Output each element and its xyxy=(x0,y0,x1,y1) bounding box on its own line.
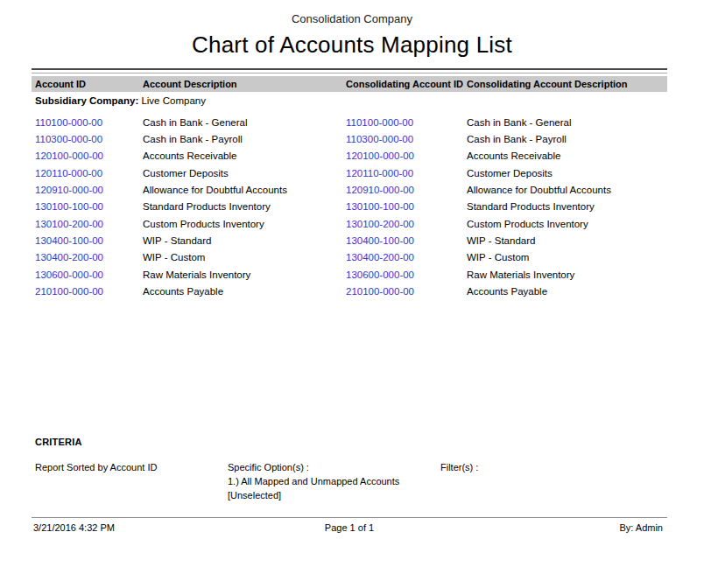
account-description: WIP - Standard xyxy=(143,235,346,246)
table-row: 130400-200-00 WIP - Custom 130400-200-00… xyxy=(35,249,667,266)
table-row: 210100-000-00 Accounts Payable 210100-00… xyxy=(35,283,667,299)
footer-divider xyxy=(32,517,667,518)
report-title: Chart of Accounts Mapping List xyxy=(0,32,704,59)
company-name: Consolidation Company xyxy=(0,12,704,25)
criteria-specific-options: Specific Option(s) : 1.) All Mapped and … xyxy=(228,460,399,502)
column-header-consolidating-account-description: Consolidating Account Description xyxy=(467,79,667,89)
consolidating-account-id-link[interactable]: 110300-000-00 xyxy=(346,134,467,144)
consolidating-account-description: Raw Materials Inventory xyxy=(467,270,667,280)
table-row: 130100-100-00 Standard Products Inventor… xyxy=(35,199,667,215)
account-description: Custom Products Inventory xyxy=(143,219,346,229)
account-description: Allowance for Doubtful Accounts xyxy=(143,185,346,195)
table-row: 130400-100-00 WIP - Standard 130400-100-… xyxy=(35,232,667,248)
criteria-filters-label: Filter(s) : xyxy=(440,460,478,474)
account-id-link[interactable]: 130400-200-00 xyxy=(35,252,143,262)
criteria-heading: CRITERIA xyxy=(35,437,82,447)
subsidiary-company-row: Subsidiary Company: Live Company xyxy=(35,95,206,106)
consolidating-account-description: Standard Products Inventory xyxy=(467,201,667,212)
consolidating-account-description: Allowance for Doubtful Accounts xyxy=(467,185,667,195)
table-row: 120910-000-00 Allowance for Doubtful Acc… xyxy=(35,181,667,198)
report-page: Consolidation Company Chart of Accounts … xyxy=(0,0,704,588)
consolidating-account-id-link[interactable]: 130400-100-00 xyxy=(346,235,467,246)
column-header-account-description: Account Description xyxy=(143,79,346,89)
consolidating-account-id-link[interactable]: 120910-000-00 xyxy=(346,185,467,195)
account-id-link[interactable]: 120910-000-00 xyxy=(35,185,143,195)
account-id-link[interactable]: 130100-100-00 xyxy=(35,201,143,212)
consolidating-account-description: Cash in Bank - General xyxy=(467,117,667,128)
account-id-link[interactable]: 130400-100-00 xyxy=(35,235,143,246)
consolidating-account-id-link[interactable]: 130400-200-00 xyxy=(346,252,467,262)
subsidiary-company-label: Subsidiary Company: xyxy=(35,95,141,106)
account-id-link[interactable]: 120110-000-00 xyxy=(35,168,143,178)
criteria-sort-text: Report Sorted by Account ID xyxy=(35,460,157,474)
column-header-account-id: Account ID xyxy=(35,79,143,89)
table-row: 120110-000-00 Customer Deposits 120110-0… xyxy=(35,164,667,181)
consolidating-account-description: Accounts Receivable xyxy=(467,150,667,161)
account-description: Raw Materials Inventory xyxy=(143,270,346,280)
account-description: WIP - Custom xyxy=(143,252,346,262)
table-header-row: Account ID Account Description Consolida… xyxy=(32,76,667,92)
table-row: 130100-200-00 Custom Products Inventory … xyxy=(35,215,667,232)
account-description: Accounts Payable xyxy=(143,286,346,297)
consolidating-account-description: WIP - Standard xyxy=(467,235,667,246)
consolidating-account-id-link[interactable]: 130100-100-00 xyxy=(346,201,467,212)
consolidating-account-description: Accounts Payable xyxy=(467,286,667,297)
specific-option-line-1: 1.) All Mapped and Unmapped Accounts xyxy=(228,474,399,488)
subsidiary-company-value: Live Company xyxy=(141,95,206,106)
account-description: Cash in Bank - General xyxy=(143,117,346,128)
table-row: 110300-000-00 Cash in Bank - Payroll 110… xyxy=(35,130,667,147)
consolidating-account-id-link[interactable]: 130100-200-00 xyxy=(346,219,467,229)
consolidating-account-description: Custom Products Inventory xyxy=(467,219,667,229)
consolidating-account-id-link[interactable]: 120100-000-00 xyxy=(346,150,467,161)
account-id-link[interactable]: 110300-000-00 xyxy=(35,134,143,144)
consolidating-account-description: Customer Deposits xyxy=(467,168,667,178)
table-row: 130600-000-00 Raw Materials Inventory 13… xyxy=(35,266,667,283)
footer-printed-by: By: Admin xyxy=(619,522,663,533)
specific-options-label: Specific Option(s) : xyxy=(228,460,399,474)
account-id-link[interactable]: 210100-000-00 xyxy=(35,286,143,297)
specific-option-line-2: [Unselected] xyxy=(228,488,399,502)
consolidating-account-id-link[interactable]: 130600-000-00 xyxy=(346,270,467,280)
account-id-link[interactable]: 120100-000-00 xyxy=(35,150,143,161)
consolidating-account-id-link[interactable]: 120110-000-00 xyxy=(346,168,467,178)
column-header-consolidating-account-id: Consolidating Account ID xyxy=(346,79,467,89)
account-description: Cash in Bank - Payroll xyxy=(143,134,346,144)
consolidating-account-description: Cash in Bank - Payroll xyxy=(467,134,667,144)
account-description: Customer Deposits xyxy=(143,168,346,178)
account-id-link[interactable]: 130100-200-00 xyxy=(35,219,143,229)
account-id-link[interactable]: 110100-000-00 xyxy=(35,117,143,128)
footer-page-number: Page 1 of 1 xyxy=(32,522,667,533)
table-row: 110100-000-00 Cash in Bank - General 110… xyxy=(35,114,667,130)
title-divider-thin xyxy=(32,73,667,74)
title-divider-thick xyxy=(32,68,667,70)
table-body: 110100-000-00 Cash in Bank - General 110… xyxy=(32,114,667,300)
account-id-link[interactable]: 130600-000-00 xyxy=(35,270,143,280)
consolidating-account-description: WIP - Custom xyxy=(467,252,667,262)
account-description: Accounts Receivable xyxy=(143,150,346,161)
consolidating-account-id-link[interactable]: 110100-000-00 xyxy=(346,117,467,128)
consolidating-account-id-link[interactable]: 210100-000-00 xyxy=(346,286,467,297)
account-description: Standard Products Inventory xyxy=(143,201,346,212)
table-row: 120100-000-00 Accounts Receivable 120100… xyxy=(35,148,667,164)
